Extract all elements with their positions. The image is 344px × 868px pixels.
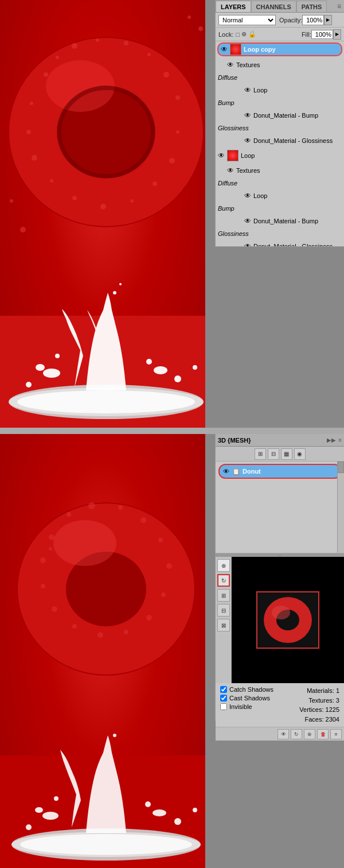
- blend-mode-row: Normal Dissolve Multiply Screen Overlay …: [216, 13, 344, 28]
- svg-point-6: [124, 41, 128, 45]
- side-tool-4[interactable]: ⊟: [217, 604, 230, 617]
- bump-label-2: Bump: [216, 203, 344, 214]
- svg-point-8: [163, 72, 169, 78]
- side-tool-2[interactable]: ↻: [217, 574, 230, 587]
- svg-point-42: [49, 534, 54, 540]
- layer-donut-bump-1[interactable]: 👁 Donut_Material - Bump: [216, 108, 344, 123]
- tab-channels[interactable]: CHANNELS: [251, 1, 296, 12]
- side-tool-3[interactable]: ⊞: [217, 589, 230, 602]
- tab-layers[interactable]: LAYERS: [216, 1, 251, 12]
- eye-icon-textures-1[interactable]: 👁: [227, 61, 234, 69]
- layer-donut-gloss-2[interactable]: 👁 Donut_Material - Glossiness: [216, 239, 344, 246]
- main-container: LAYERS CHANNELS PATHS ≡ Normal Dissolve …: [0, 0, 344, 868]
- mesh-tool-light[interactable]: ◉: [294, 448, 306, 460]
- fill-arrow[interactable]: ▶: [333, 29, 341, 40]
- lock-pixels-icon[interactable]: □: [236, 31, 240, 38]
- svg-point-23: [10, 199, 13, 203]
- cast-shadows-label: Cast Shadows: [229, 695, 270, 702]
- eye-icon-donut-gloss-1[interactable]: 👁: [244, 137, 251, 145]
- panel-menu-icon[interactable]: ≡: [334, 1, 344, 12]
- layer-loop-1[interactable]: 👁 Loop: [216, 83, 344, 98]
- mesh-item-donut[interactable]: 👁 📋 Donut: [218, 464, 341, 479]
- mesh-bottom-tool-1[interactable]: 👁: [277, 729, 289, 739]
- layer-loop-parent[interactable]: 👁 Loop: [216, 148, 344, 163]
- layer-donut-bump-2[interactable]: 👁 Donut_Material - Bump: [216, 214, 344, 228]
- layers-list: 👁 Loop copy 👁 Textures Diffuse 👁 Loop: [216, 41, 344, 246]
- lock-position-icon[interactable]: ⊕: [241, 30, 247, 38]
- mesh-bottom-tool-3[interactable]: ⊕: [304, 729, 315, 739]
- eye-icon-loop-1[interactable]: 👁: [244, 86, 251, 94]
- layer-loop-copy[interactable]: 👁 Loop copy: [217, 42, 342, 56]
- lock-all-icon[interactable]: 🔒: [248, 30, 256, 38]
- svg-point-65: [145, 801, 151, 807]
- eye-icon-loop-parent[interactable]: 👁: [218, 152, 225, 160]
- svg-point-34: [174, 375, 181, 382]
- blend-mode-select[interactable]: Normal Dissolve Multiply Screen Overlay: [218, 15, 276, 25]
- invisible-checkbox[interactable]: [220, 703, 227, 710]
- mesh-preview-area: ⊕ ↻ ⊞ ⊟ ⊠: [216, 557, 344, 683]
- mesh-toolbar: ⊞ ⊟ ▦ ◉: [216, 447, 344, 462]
- opacity-arrow[interactable]: ▶: [324, 15, 332, 25]
- mesh-preview-canvas: [232, 557, 344, 683]
- top-image-area: [0, 0, 205, 428]
- svg-point-68: [26, 824, 32, 830]
- svg-point-21: [187, 16, 191, 19]
- mesh-tool-mesh[interactable]: ⊟: [268, 448, 279, 460]
- eye-icon-loop-copy[interactable]: 👁: [221, 45, 228, 53]
- catch-shadows-checkbox[interactable]: [220, 686, 227, 693]
- mesh-list-scrollbar[interactable]: [337, 462, 344, 553]
- eye-icon-donut-bump-2[interactable]: 👁: [244, 217, 251, 225]
- layer-textures-2[interactable]: 👁 Textures: [216, 163, 344, 178]
- lock-row: Lock: □ ⊕ 🔒 Fill: ▶: [216, 28, 344, 41]
- svg-point-54: [52, 606, 57, 612]
- opacity-input[interactable]: [302, 15, 324, 25]
- svg-point-63: [35, 807, 43, 813]
- svg-point-50: [146, 615, 152, 621]
- svg-point-35: [26, 382, 32, 388]
- mesh-folder-icon: 📋: [232, 468, 240, 475]
- layer-textures-1[interactable]: 👁 Textures: [216, 57, 344, 72]
- eye-icon-donut-gloss-2[interactable]: 👁: [244, 242, 251, 246]
- bump-label-1: Bump: [216, 98, 344, 108]
- donut-preview-box: [256, 591, 319, 649]
- mesh-tool-scene[interactable]: ⊞: [255, 448, 266, 460]
- textures-stat: Textures: 3: [299, 696, 339, 706]
- scroll-thumb[interactable]: [338, 462, 344, 473]
- eye-icon-donut-mesh[interactable]: 👁: [223, 468, 229, 475]
- gloss-text-2: Glossiness: [218, 230, 342, 237]
- layer-loop-2[interactable]: 👁 Loop: [216, 188, 344, 203]
- side-tool-5[interactable]: ⊠: [217, 619, 230, 631]
- svg-point-71: [20, 834, 192, 855]
- fill-input[interactable]: [311, 30, 333, 39]
- svg-point-74: [272, 606, 290, 619]
- cast-shadows-checkbox[interactable]: [220, 695, 227, 702]
- invisible-row: Invisible: [220, 703, 273, 710]
- layer-name-loop-2: Loop: [253, 192, 342, 199]
- tab-paths[interactable]: PATHS: [296, 1, 327, 12]
- side-tool-1[interactable]: ⊕: [217, 559, 230, 572]
- faces-stat: Faces: 2304: [299, 715, 339, 724]
- mesh-bottom-tool-2[interactable]: ↻: [291, 729, 302, 739]
- eye-icon-loop-2[interactable]: 👁: [244, 192, 251, 200]
- mesh-side-tools: ⊕ ↻ ⊞ ⊟ ⊠: [216, 557, 232, 683]
- mesh-bottom-tool-delete[interactable]: 🗑: [317, 729, 329, 739]
- mesh-menu-icon[interactable]: ≡: [338, 437, 342, 443]
- svg-point-22: [20, 227, 26, 232]
- mesh-bottom-tool-5[interactable]: ≡: [330, 729, 342, 739]
- svg-point-58: [53, 520, 116, 566]
- mesh-expand-icon[interactable]: ▶▶: [327, 437, 336, 443]
- layer-donut-gloss-1[interactable]: 👁 Donut_Material - Glossiness: [216, 133, 344, 148]
- svg-point-45: [118, 505, 123, 510]
- mesh-stats: Materials: 1 Textures: 3 Vertices: 1225 …: [299, 686, 339, 724]
- thumb-loop-parent: [227, 150, 239, 161]
- svg-point-43: [67, 512, 71, 517]
- svg-point-49: [161, 592, 166, 597]
- svg-point-17: [32, 155, 37, 161]
- mesh-tool-material[interactable]: ▦: [281, 448, 292, 460]
- cast-shadows-row: Cast Shadows: [220, 695, 273, 702]
- svg-point-10: [176, 130, 179, 134]
- svg-point-14: [100, 204, 106, 210]
- eye-icon-textures-2[interactable]: 👁: [227, 166, 234, 175]
- eye-icon-donut-bump-1[interactable]: 👁: [244, 111, 251, 119]
- svg-point-70: [193, 808, 197, 812]
